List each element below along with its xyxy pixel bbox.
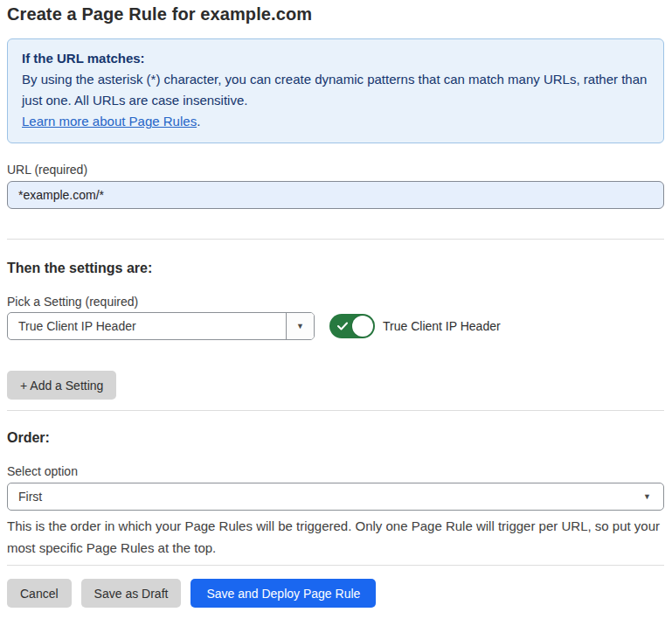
info-box-link-line: Learn more about Page Rules. [22, 111, 649, 132]
setting-toggle[interactable] [329, 314, 375, 338]
footer-actions: Cancel Save as Draft Save and Deploy Pag… [7, 579, 664, 608]
link-period: . [197, 114, 200, 129]
order-select-label: Select option [7, 464, 664, 478]
info-box-heading: If the URL matches: [22, 48, 649, 69]
order-select[interactable]: First ▼ [7, 483, 664, 511]
add-setting-button[interactable]: + Add a Setting [7, 371, 116, 400]
settings-section-heading: Then the settings are: [7, 261, 664, 276]
info-box-body: By using the asterisk (*) character, you… [22, 69, 649, 111]
url-match-info-box: If the URL matches: By using the asteris… [7, 38, 664, 143]
learn-more-link[interactable]: Learn more about Page Rules [22, 114, 197, 129]
chevron-down-icon[interactable]: ▼ [286, 313, 314, 339]
create-page-rule-form: Create a Page Rule for example.com If th… [0, 0, 672, 608]
toggle-knob [352, 316, 373, 337]
setting-select[interactable]: True Client IP Header ▼ [7, 312, 315, 340]
check-icon [337, 322, 348, 330]
url-input[interactable] [7, 181, 664, 209]
divider [7, 410, 664, 411]
chevron-down-icon: ▼ [643, 492, 651, 501]
setting-select-value: True Client IP Header [8, 319, 286, 333]
divider [7, 239, 664, 240]
cancel-button[interactable]: Cancel [7, 579, 72, 608]
divider [7, 565, 664, 566]
order-help-text: This is the order in which your Page Rul… [7, 515, 664, 559]
toggle-label: True Client IP Header [383, 319, 501, 333]
save-draft-button[interactable]: Save as Draft [81, 579, 182, 608]
pick-setting-label: Pick a Setting (required) [7, 295, 664, 309]
save-deploy-button[interactable]: Save and Deploy Page Rule [191, 579, 376, 608]
order-select-value: First [8, 490, 643, 504]
page-title: Create a Page Rule for example.com [7, 4, 664, 24]
order-section-heading: Order: [7, 430, 664, 446]
url-label: URL (required) [7, 163, 664, 177]
setting-row: True Client IP Header ▼ True Client IP H… [7, 312, 664, 340]
